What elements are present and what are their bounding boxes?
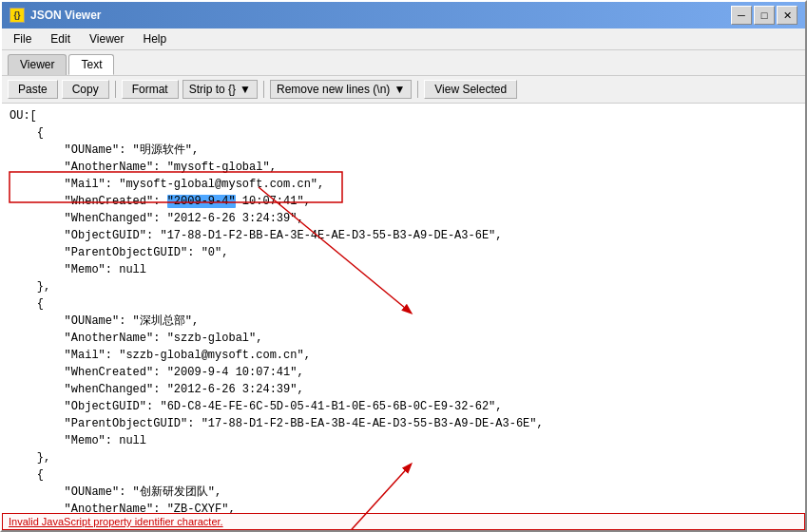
json-line-3: "AnotherName": "mysoft-global",: [10, 159, 797, 176]
menu-viewer[interactable]: Viewer: [82, 30, 131, 48]
json-line-0: OU:[: [10, 107, 797, 124]
view-selected-button[interactable]: View Selected: [424, 80, 517, 99]
json-line-15: "WhenCreated": "2009-9-4 10:07:41",: [10, 364, 797, 381]
json-line-11: {: [10, 295, 797, 313]
strip-arrow: ▼: [240, 83, 251, 96]
minimize-button[interactable]: ─: [731, 6, 752, 25]
tab-text[interactable]: Text: [68, 54, 114, 75]
json-line-1: {: [10, 124, 797, 142]
json-line-14: "Mail": "szzb-global@mysoft.com.cn",: [10, 347, 797, 364]
strip-dropdown[interactable]: Strip to {} ▼: [183, 80, 258, 99]
toolbar-separator-1: [115, 81, 116, 98]
json-line-12: "OUName": "深圳总部",: [10, 313, 797, 330]
newlines-label: Remove new lines (\n): [277, 83, 390, 96]
tab-viewer[interactable]: Viewer: [8, 54, 67, 75]
menu-file[interactable]: File: [6, 30, 39, 48]
json-line-16: "whenChanged": "2012-6-26 3:24:39",: [10, 381, 797, 398]
json-line-19: "Memo": null: [10, 432, 797, 449]
newlines-dropdown[interactable]: Remove new lines (\n) ▼: [270, 80, 412, 99]
json-line-18: "ParentObjectGUID": "17-88-D1-F2-BB-EA-3…: [10, 415, 797, 432]
json-line-20: },: [10, 449, 797, 466]
json-line-5: "WhenCreated": "2009-9-4" 10:07:41",: [10, 193, 797, 210]
title-controls: ─ □ ✕: [731, 6, 797, 25]
strip-label: Strip to {}: [189, 83, 236, 96]
format-button[interactable]: Format: [122, 80, 179, 99]
json-line-8: "ParentObjectGUID": "0",: [10, 244, 797, 261]
app-icon: {}: [10, 8, 25, 23]
json-line-2: "OUName": "明源软件",: [10, 142, 797, 159]
tab-bar: Viewer Text: [2, 50, 805, 76]
error-bar[interactable]: Invalid JavaScript property identifier c…: [2, 513, 805, 530]
menu-help[interactable]: Help: [136, 30, 175, 48]
title-bar-left: {} JSON Viewer: [10, 8, 101, 23]
title-bar: {} JSON Viewer ─ □ ✕: [2, 2, 805, 28]
error-text: Invalid JavaScript property identifier c…: [9, 516, 223, 527]
json-line-7: "ObjectGUID": "17-88-D1-F2-BB-EA-3E-4E-A…: [10, 227, 797, 244]
toolbar: Paste Copy Format Strip to {} ▼ Remove n…: [2, 76, 805, 104]
newlines-arrow: ▼: [394, 83, 405, 96]
json-line-23: "AnotherName": "ZB-CXYF",: [10, 501, 797, 513]
paste-button[interactable]: Paste: [8, 80, 58, 99]
toolbar-separator-2: [263, 81, 264, 98]
main-window: {} JSON Viewer ─ □ ✕ File Edit Viewer He…: [0, 0, 807, 532]
content-area: OU:[ { "OUName": "明源软件", "AnotherName": …: [2, 104, 805, 530]
close-button[interactable]: ✕: [777, 6, 797, 25]
menu-edit[interactable]: Edit: [43, 30, 78, 48]
json-line-22: "OUName": "创新研发团队",: [10, 484, 797, 501]
copy-button[interactable]: Copy: [62, 80, 109, 99]
highlighted-date: "2009-9-4": [167, 195, 236, 208]
json-line-9: "Memo": null: [10, 261, 797, 278]
json-line-6: "WhenChanged": "2012-6-26 3:24:39",: [10, 210, 797, 227]
text-editor[interactable]: OU:[ { "OUName": "明源软件", "AnotherName": …: [2, 104, 805, 513]
json-line-10: },: [10, 278, 797, 295]
json-line-21: {: [10, 466, 797, 484]
json-line-13: "AnotherName": "szzb-global",: [10, 330, 797, 347]
window-title: JSON Viewer: [30, 9, 101, 22]
json-line-4: "Mail": "mysoft-global@mysoft.com.cn",: [10, 176, 797, 193]
toolbar-separator-3: [417, 81, 418, 98]
json-line-17: "ObjectGUID": "6D-C8-4E-FE-6C-5D-05-41-B…: [10, 398, 797, 415]
menu-bar: File Edit Viewer Help: [2, 28, 805, 50]
maximize-button[interactable]: □: [754, 6, 775, 25]
